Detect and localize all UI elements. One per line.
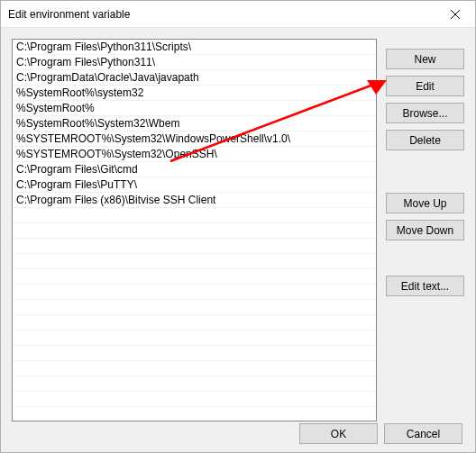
path-row[interactable]: %SystemRoot%\system32 xyxy=(13,86,376,101)
path-row[interactable] xyxy=(13,269,376,285)
title-bar: Edit environment variable xyxy=(1,1,475,28)
path-row[interactable]: %SystemRoot%\System32\Wbem xyxy=(13,116,376,131)
path-row[interactable] xyxy=(13,392,376,407)
path-row[interactable] xyxy=(13,223,376,239)
path-row[interactable] xyxy=(13,376,376,392)
path-row[interactable]: C:\Program Files\PuTTY\ xyxy=(13,177,376,193)
path-row[interactable] xyxy=(13,285,376,300)
path-list: C:\Program Files\Python311\Scripts\C:\Pr… xyxy=(13,40,376,407)
edit-button[interactable]: Edit xyxy=(386,76,464,96)
dialog-footer: OK Cancel xyxy=(1,421,475,452)
dialog-window: Edit environment variable C:\Program Fil… xyxy=(0,0,476,453)
path-listbox[interactable]: C:\Program Files\Python311\Scripts\C:\Pr… xyxy=(12,39,377,421)
path-row[interactable]: C:\ProgramData\Oracle\Java\javapath xyxy=(13,70,376,86)
delete-button[interactable]: Delete xyxy=(386,130,464,150)
path-row[interactable] xyxy=(13,315,376,331)
path-row[interactable]: %SYSTEMROOT%\System32\OpenSSH\ xyxy=(13,147,376,162)
new-button[interactable]: New xyxy=(386,49,464,69)
path-row[interactable] xyxy=(13,254,376,269)
window-title: Edit environment variable xyxy=(8,8,435,21)
path-row[interactable]: C:\Program Files\Python311\ xyxy=(13,55,376,70)
path-row[interactable] xyxy=(13,239,376,254)
path-row[interactable] xyxy=(13,331,376,346)
path-row[interactable]: C:\Program Files (x86)\Bitvise SSH Clien… xyxy=(13,193,376,208)
path-row[interactable] xyxy=(13,208,376,223)
path-row[interactable]: C:\Program Files\Git\cmd xyxy=(13,162,376,177)
edit-text-button[interactable]: Edit text... xyxy=(386,276,464,296)
path-row[interactable]: %SYSTEMROOT%\System32\WindowsPowerShell\… xyxy=(13,131,376,147)
move-down-button[interactable]: Move Down xyxy=(386,220,464,240)
path-row[interactable] xyxy=(13,346,376,361)
close-icon xyxy=(451,10,460,19)
path-row[interactable]: C:\Program Files\Python311\Scripts\ xyxy=(13,40,376,55)
ok-button[interactable]: OK xyxy=(299,423,378,444)
close-button[interactable] xyxy=(435,1,475,28)
side-button-column: New Edit Browse... Delete Move Up Move D… xyxy=(386,39,464,421)
path-row[interactable] xyxy=(13,361,376,376)
path-row[interactable]: %SystemRoot% xyxy=(13,101,376,116)
cancel-button[interactable]: Cancel xyxy=(384,423,462,444)
move-up-button[interactable]: Move Up xyxy=(386,193,464,213)
browse-button[interactable]: Browse... xyxy=(386,103,464,123)
path-row[interactable] xyxy=(13,300,376,315)
dialog-body: C:\Program Files\Python311\Scripts\C:\Pr… xyxy=(1,28,475,421)
